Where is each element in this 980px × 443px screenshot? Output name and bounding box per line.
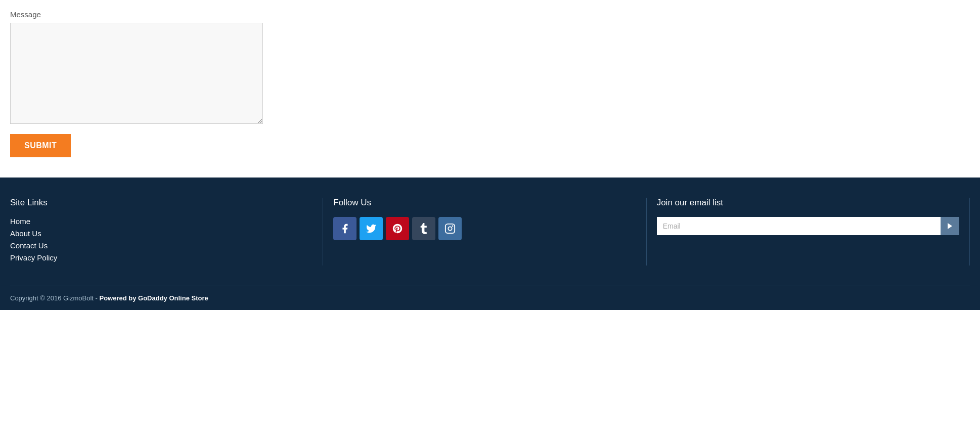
list-item: Contact Us (10, 241, 313, 250)
list-item: Home (10, 217, 313, 226)
footer-col-site-links: Site Links Home About Us Contact Us Priv… (10, 198, 323, 265)
footer-col-follow-us: Follow Us (323, 198, 646, 240)
footer: Site Links Home About Us Contact Us Priv… (0, 178, 980, 310)
email-input[interactable] (657, 217, 941, 235)
follow-us-title: Follow Us (333, 198, 636, 208)
submit-button[interactable]: SUBMIT (10, 134, 71, 157)
contact-us-link[interactable]: Contact Us (10, 241, 48, 250)
facebook-icon[interactable] (333, 217, 357, 240)
instagram-icon[interactable] (438, 217, 462, 240)
footer-columns: Site Links Home About Us Contact Us Priv… (10, 198, 970, 286)
privacy-policy-link[interactable]: Privacy Policy (10, 253, 57, 262)
email-list-title: Join our email list (657, 198, 959, 208)
footer-col-email: Join our email list (647, 198, 969, 235)
home-link[interactable]: Home (10, 217, 30, 226)
list-item: Privacy Policy (10, 253, 313, 262)
email-signup-form (657, 217, 959, 235)
social-icons-container (333, 217, 636, 240)
site-links-title: Site Links (10, 198, 313, 208)
svg-point-1 (449, 227, 452, 230)
list-item: About Us (10, 229, 313, 238)
pinterest-icon[interactable] (386, 217, 409, 240)
message-textarea[interactable] (10, 23, 263, 124)
email-submit-button[interactable] (941, 217, 959, 235)
copyright-text: Copyright © 2016 GizmoBolt - (10, 294, 99, 302)
about-us-link[interactable]: About Us (10, 229, 41, 238)
svg-point-2 (452, 226, 454, 227)
message-label: Message (10, 10, 970, 19)
chevron-right-icon (948, 223, 952, 229)
powered-by-text: Powered by GoDaddy Online Store (99, 294, 208, 302)
footer-bottom: Copyright © 2016 GizmoBolt - Powered by … (10, 286, 970, 310)
svg-rect-0 (446, 224, 455, 233)
twitter-icon[interactable] (360, 217, 383, 240)
main-content: Message SUBMIT (0, 0, 980, 178)
footer-divider-3 (969, 198, 970, 265)
site-links-list: Home About Us Contact Us Privacy Policy (10, 217, 313, 262)
tumblr-icon[interactable] (412, 217, 435, 240)
